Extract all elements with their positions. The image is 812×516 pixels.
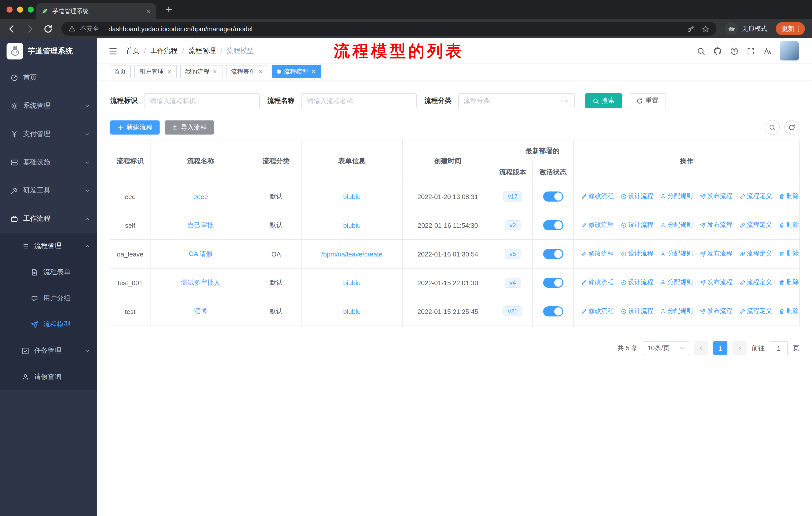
next-page-button[interactable] [732,341,747,355]
breadcrumb-item[interactable]: 流程管理 [188,46,216,55]
password-key-icon[interactable] [687,25,694,32]
forward-button[interactable] [25,24,35,33]
security-warning-icon[interactable] [68,25,76,32]
model-name-link[interactable]: 测试多审批人 [181,279,220,286]
reset-button[interactable]: 重置 [629,93,666,108]
help-icon[interactable] [730,47,738,55]
action-publish-process[interactable]: 发布流程 [700,192,732,201]
window-zoom-button[interactable] [28,6,34,12]
tag-tab-process-model[interactable]: 流程模型 [272,65,321,78]
close-icon[interactable] [258,69,263,74]
action-assign-rule[interactable]: 分配规则 [660,307,693,316]
tag-tab-my-process[interactable]: 我的流程 [180,65,223,78]
form-info-link[interactable]: biubiu [343,193,360,200]
new-tab-button[interactable] [165,5,173,13]
prev-page-button[interactable] [694,341,708,355]
browser-update-button[interactable]: 更新 [776,22,805,35]
action-process-definition[interactable]: 流程定义 [739,307,772,316]
action-delete[interactable]: 删除 [779,250,799,258]
active-toggle[interactable] [543,191,563,201]
action-delete[interactable]: 删除 [779,307,799,316]
tag-tab-process-form[interactable]: 流程表单 [226,65,268,78]
action-design-process[interactable]: 设计流程 [620,307,653,316]
active-toggle[interactable] [543,306,563,317]
action-process-definition[interactable]: 流程定义 [739,278,772,287]
action-edit-process[interactable]: 修改流程 [581,250,614,258]
model-name-link[interactable]: OA 请假 [188,250,212,257]
model-name-link[interactable]: eeee [193,193,208,200]
action-edit-process[interactable]: 修改流程 [581,307,614,316]
action-delete[interactable]: 删除 [779,192,799,201]
active-toggle[interactable] [543,278,563,288]
action-edit-process[interactable]: 修改流程 [581,278,614,287]
user-avatar[interactable] [780,41,799,60]
action-assign-rule[interactable]: 分配规则 [660,250,693,258]
create-process-button[interactable]: 新建流程 [110,120,160,135]
action-process-definition[interactable]: 流程定义 [739,250,772,258]
action-edit-process[interactable]: 修改流程 [581,221,614,229]
sidebar-item-process-management[interactable]: 流程管理 [0,233,97,259]
model-name-link[interactable]: 滔博 [194,307,207,315]
github-icon[interactable] [713,47,722,55]
sidebar-item-process-model[interactable]: 流程模型 [0,311,97,337]
action-delete[interactable]: 删除 [779,278,799,287]
action-edit-process[interactable]: 修改流程 [581,192,614,201]
form-info-link[interactable]: biubiu [343,221,360,229]
window-minimize-button[interactable] [17,6,23,12]
reload-button[interactable] [43,24,53,33]
process-category-select[interactable]: 流程分类 [458,93,575,108]
action-assign-rule[interactable]: 分配规则 [660,278,693,287]
font-size-icon[interactable] [763,47,772,55]
action-delete[interactable]: 删除 [779,221,799,229]
search-button[interactable]: 搜索 [585,93,622,108]
close-icon[interactable] [212,69,218,74]
action-design-process[interactable]: 设计流程 [620,278,653,287]
action-publish-process[interactable]: 发布流程 [700,221,732,229]
action-assign-rule[interactable]: 分配规则 [660,192,693,201]
sidebar-item-home[interactable]: 首页 [0,63,97,92]
sidebar-item-process-form[interactable]: 流程表单 [0,259,97,285]
window-close-button[interactable] [6,6,12,12]
close-icon[interactable] [167,69,172,74]
action-design-process[interactable]: 设计流程 [620,250,653,258]
sidebar-item-infrastructure[interactable]: 基础设施 [0,148,97,176]
sidebar-item-user-group[interactable]: 用户分组 [0,285,97,311]
search-icon[interactable] [697,47,705,55]
tag-tab-home[interactable]: 首页 [109,65,131,78]
sidebar-item-payment[interactable]: 支付管理 [0,120,97,148]
process-id-input[interactable] [144,93,260,108]
current-page-button[interactable]: 1 [713,341,727,355]
form-info-link[interactable]: biubiu [343,279,360,287]
import-process-button[interactable]: 导入流程 [165,120,214,135]
bookmark-star-icon[interactable] [702,25,709,32]
goto-page-input[interactable] [770,341,788,355]
sidebar-item-system[interactable]: 系统管理 [0,92,97,120]
browser-menu-icon[interactable] [795,25,803,32]
tag-tab-tenant[interactable]: 租户管理 [135,65,177,78]
action-assign-rule[interactable]: 分配规则 [660,221,693,229]
action-process-definition[interactable]: 流程定义 [739,192,772,201]
toggle-search-button[interactable] [765,120,780,135]
action-publish-process[interactable]: 发布流程 [700,278,732,287]
action-publish-process[interactable]: 发布流程 [700,250,732,258]
address-bar[interactable]: 不安全 dashboard.yudao.iocoder.cn/bpm/manag… [61,22,716,36]
sidebar-item-workflow[interactable]: 工作流程 [0,205,97,233]
breadcrumb-item[interactable]: 工作流程 [150,46,178,55]
breadcrumb-item[interactable]: 首页 [126,46,140,55]
process-name-input[interactable] [301,93,417,108]
app-logo-row[interactable]: 芋道管理系统 [0,38,97,63]
hamburger-menu-icon[interactable] [108,46,118,56]
sidebar-item-devtools[interactable]: 研发工具 [0,176,97,205]
page-size-select[interactable]: 10条/页 [643,341,689,355]
tab-close-icon[interactable] [145,8,151,14]
form-info-link[interactable]: biubiu [343,308,360,315]
refresh-table-button[interactable] [784,120,800,135]
action-design-process[interactable]: 设计流程 [620,192,653,201]
close-icon[interactable] [311,69,316,74]
sidebar-item-leave-query[interactable]: 请假查询 [0,364,97,390]
fullscreen-icon[interactable] [747,47,755,55]
back-button[interactable] [7,24,17,33]
active-toggle[interactable] [543,249,563,259]
action-design-process[interactable]: 设计流程 [620,221,653,229]
form-info-link[interactable]: /bpm/oa/leave/create [321,250,383,258]
